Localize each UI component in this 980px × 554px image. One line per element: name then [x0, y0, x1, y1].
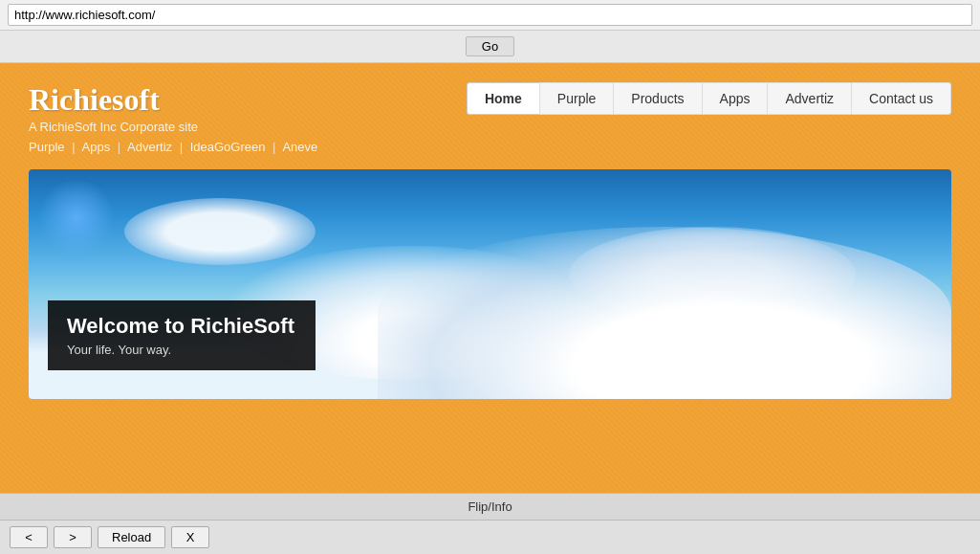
nav-apps[interactable]: Apps	[702, 82, 768, 115]
forward-button[interactable]: >	[54, 526, 92, 548]
nav-products[interactable]: Products	[613, 82, 701, 115]
go-bar: Go	[0, 31, 980, 63]
separator-2: |	[118, 140, 120, 154]
welcome-box: Welcome to RichieSoft Your life. Your wa…	[48, 300, 316, 370]
back-button[interactable]: <	[10, 526, 48, 548]
main-content: Richiesoft A RichieSoft Inc Corporate si…	[0, 63, 980, 493]
flip-info-label: Flip/Info	[468, 499, 512, 514]
go-button[interactable]: Go	[466, 36, 514, 56]
link-ideagogreen[interactable]: IdeaGoGreen	[190, 140, 266, 154]
address-input[interactable]	[8, 4, 972, 26]
separator-1: |	[72, 140, 75, 154]
nav-advertiz[interactable]: Advertiz	[767, 82, 851, 115]
blue-glow	[38, 179, 115, 255]
site-title: Richiesoft	[29, 82, 317, 118]
flip-info-bar: Flip/Info	[0, 493, 980, 520]
close-button[interactable]: X	[171, 526, 209, 548]
address-bar	[0, 0, 980, 31]
header: Richiesoft A RichieSoft Inc Corporate si…	[29, 82, 951, 154]
site-subtitle: A RichieSoft Inc Corporate site	[29, 120, 317, 134]
nav-bar: Home Purple Products Apps Advertiz Conta…	[467, 82, 951, 115]
browser-controls: < > Reload X	[0, 520, 980, 554]
welcome-subtitle: Your life. Your way.	[67, 343, 296, 357]
welcome-title: Welcome to RichieSoft	[67, 314, 296, 339]
site-links: Purple | Apps | Advertiz | IdeaGoGreen |…	[29, 140, 317, 154]
separator-3: |	[180, 140, 183, 154]
nav-contact[interactable]: Contact us	[851, 82, 951, 115]
link-aneve[interactable]: Aneve	[282, 140, 317, 154]
cloud-mass-1	[378, 227, 951, 399]
nav-home[interactable]: Home	[467, 82, 539, 115]
link-advertiz[interactable]: Advertiz	[127, 140, 172, 154]
link-purple[interactable]: Purple	[29, 140, 65, 154]
banner: Welcome to RichieSoft Your life. Your wa…	[29, 169, 951, 399]
nav-purple[interactable]: Purple	[539, 82, 613, 115]
reload-button[interactable]: Reload	[98, 526, 165, 548]
link-apps[interactable]: Apps	[82, 140, 111, 154]
banner-image: Welcome to RichieSoft Your life. Your wa…	[29, 169, 951, 399]
logo-area: Richiesoft A RichieSoft Inc Corporate si…	[29, 82, 317, 154]
cloud-mass-4	[124, 198, 316, 265]
separator-4: |	[272, 140, 275, 154]
